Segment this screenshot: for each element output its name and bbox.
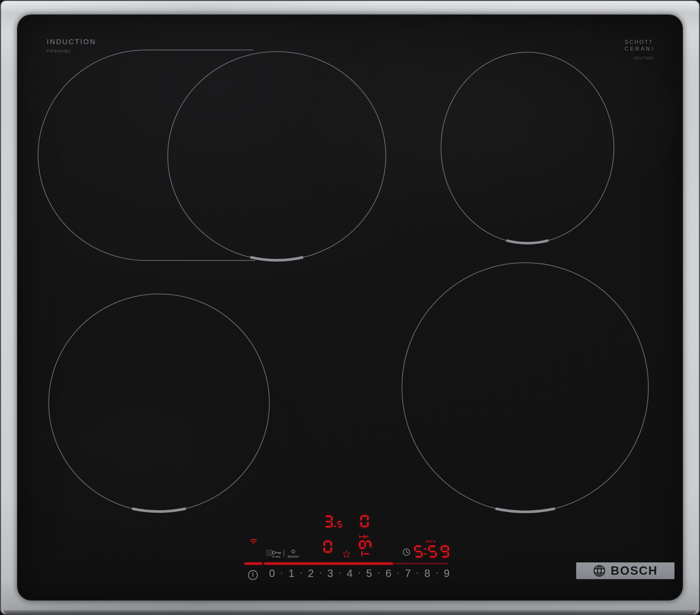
zone-front-left-tick	[132, 509, 186, 512]
slider-dot	[300, 573, 302, 574]
slider-level-6[interactable]: 6	[386, 568, 391, 579]
frame-bottom-edge	[3, 610, 697, 614]
display-rear-right	[360, 515, 369, 527]
slider-dot	[417, 573, 418, 574]
slider-level-2[interactable]: 2	[308, 568, 314, 579]
timer-display	[414, 546, 449, 558]
display-front-left	[324, 540, 332, 553]
zone-rear-right-outline	[441, 52, 614, 243]
slider-dot	[436, 573, 438, 574]
bosch-badge: BOSCH	[576, 562, 675, 579]
slider-dot	[339, 573, 341, 574]
slider-bar-active[interactable]	[264, 562, 393, 565]
panel-divider	[284, 550, 284, 557]
cooking-zones-graphic	[18, 15, 682, 600]
slider-bar-segment-left[interactable]	[245, 562, 262, 565]
boost-label: BOOST	[288, 555, 299, 558]
zone-front-right-outline	[402, 263, 648, 512]
surface-type-label: INDUCTION	[47, 38, 96, 46]
slider-level-8[interactable]: 8	[424, 568, 430, 579]
slider-dot	[378, 573, 379, 574]
ceran-wordmark: CERAN®	[624, 46, 654, 52]
timer-unit-label: min:s	[425, 539, 436, 543]
slider-level-4[interactable]: 4	[347, 568, 353, 579]
slider-dot	[359, 573, 360, 574]
schott-ceran-logo: SCHOTT CERAN® 9001778531	[624, 39, 654, 60]
boost-chevron-icon[interactable]	[290, 549, 296, 554]
key-hold-label: 4 sec	[272, 555, 280, 558]
steel-frame: INDUCTION PIF645HB1 SCHOTT CERAN® 900177…	[0, 0, 700, 615]
slider-level-5[interactable]: 5	[366, 568, 372, 579]
slider-dot	[281, 573, 282, 574]
pause-bar	[267, 550, 269, 556]
slider-level-0[interactable]: 0	[269, 568, 275, 579]
display-front-right	[359, 540, 371, 549]
zone-rear-left-outline	[168, 52, 386, 260]
slider-dot	[320, 573, 321, 574]
model-number: PIF645HB1	[47, 49, 96, 53]
slider-level-1[interactable]: 1	[288, 568, 294, 579]
slider-bar-inactive[interactable]	[393, 562, 448, 565]
ceran-text-main: CERAN	[625, 46, 651, 52]
surface-branding: INDUCTION PIF645HB1	[47, 38, 96, 53]
bosch-logo-icon	[593, 564, 606, 577]
schott-wordmark: SCHOTT	[624, 39, 654, 45]
display-segment-mark-horizontal	[364, 553, 369, 554]
power-icon[interactable]	[247, 569, 258, 580]
zone-rear-right-tick	[507, 241, 548, 243]
slider-level-3[interactable]: 3	[327, 568, 333, 579]
display-front-right-digit	[359, 540, 371, 549]
transfer-arrow-icon	[359, 535, 370, 539]
zone-rear-left-oval-arc	[38, 50, 146, 260]
pause-icon[interactable]	[267, 550, 272, 556]
timer-clock-icon[interactable]	[403, 548, 410, 556]
zone-front-right-tick	[496, 509, 555, 512]
display-segment-mark-vertical	[361, 551, 363, 556]
ceramic-glass-surface: INDUCTION PIF645HB1 SCHOTT CERAN® 900177…	[18, 15, 682, 600]
display-rear-left	[324, 515, 342, 528]
zone-rear-left-tick	[250, 257, 303, 260]
registered-mark: ®	[651, 47, 653, 51]
serial-number: 9001778531	[624, 56, 654, 60]
slider-level-7[interactable]: 7	[405, 568, 411, 579]
slider-levels: 0123456789	[269, 567, 450, 579]
wifi-icon	[250, 538, 258, 544]
slider-level-9[interactable]: 9	[444, 568, 450, 579]
bosch-wordmark: BOSCH	[611, 564, 658, 578]
product-photo-stage: INDUCTION PIF645HB1 SCHOTT CERAN® 900177…	[0, 0, 700, 615]
zone-front-left-outline	[49, 294, 270, 512]
slider-dot	[397, 573, 399, 574]
star-icon[interactable]	[342, 550, 351, 559]
